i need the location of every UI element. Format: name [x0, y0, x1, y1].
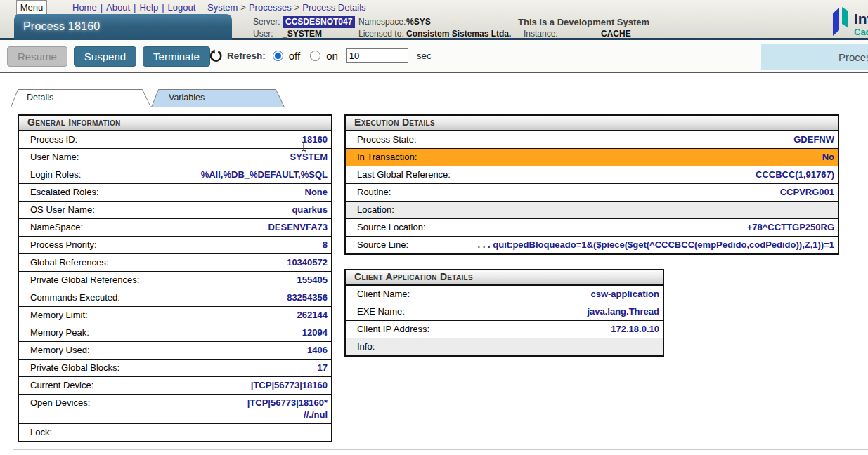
- table-row: Client IP Address:172.18.0.10: [346, 320, 663, 338]
- general-information-table: General InformationProcess ID:18160User …: [18, 114, 332, 442]
- row-label: Location:: [357, 204, 394, 216]
- refresh-label: Refresh:: [227, 51, 266, 61]
- table-title: Client Application Details: [346, 270, 663, 286]
- table-row: Memory Used:1406: [19, 341, 331, 359]
- server-info-block: Server: CCSDESNOT047 User: _SYSTEM: [253, 16, 355, 40]
- tab-details[interactable]: Details: [11, 89, 151, 107]
- row-label: Last Global Reference:: [357, 169, 451, 180]
- development-info-block: This is a Development System Instance: C…: [518, 16, 649, 40]
- nav-separator: |: [101, 2, 103, 13]
- page-title-text: Process 18160: [23, 20, 100, 32]
- table-row: Memory Limit:262144: [19, 306, 331, 324]
- table-row: Process Priority:8: [19, 236, 331, 253]
- table-row: OS User Name:quarkus: [19, 201, 331, 218]
- row-label: Lock:: [30, 426, 52, 438]
- table-row: Location:: [346, 201, 838, 218]
- row-label: Process State:: [357, 133, 417, 145]
- row-label: In Transaction:: [357, 151, 417, 163]
- header: Menu Home|About|Help|Logout System>Proce…: [0, 0, 868, 40]
- tab-variables-label: Variables: [169, 93, 205, 103]
- row-label: Current Device:: [30, 379, 93, 391]
- row-label: Login Roles:: [30, 169, 81, 180]
- tab-bar: Details Variables: [11, 89, 285, 107]
- row-label: Info:: [357, 341, 375, 352]
- row-value: %All,%DB_%DEFAULT,%SQL: [86, 169, 328, 180]
- action-buttons: Resume Suspend Terminate: [7, 46, 210, 67]
- breadcrumb: System>Processes>Process Details: [207, 2, 366, 13]
- row-value: 83254356: [126, 291, 328, 303]
- breadcrumb-system[interactable]: System: [207, 2, 238, 13]
- breadcrumb-separator: >: [240, 2, 246, 13]
- nav-link-help[interactable]: Help: [139, 2, 158, 13]
- tab-variables[interactable]: Variables: [151, 89, 285, 107]
- refresh-on-label[interactable]: on: [326, 50, 338, 62]
- nav-link-home[interactable]: Home: [72, 2, 97, 13]
- terminate-button[interactable]: Terminate: [143, 46, 210, 67]
- toolbar: Resume Suspend Terminate Refresh: off on…: [0, 40, 868, 73]
- table-row: Current Device:|TCP|56773|18160: [19, 376, 331, 394]
- page-banner-text: Process Details: [838, 44, 868, 70]
- table-row: NameSpace:DESENVFA73: [19, 218, 331, 236]
- table-row: Global References:10340572: [19, 253, 331, 271]
- row-value: [58, 426, 328, 438]
- row-label: User Name:: [30, 151, 79, 163]
- bottom-divider: [13, 449, 868, 450]
- row-label: Memory Used:: [30, 344, 90, 356]
- row-label: Memory Limit:: [30, 309, 88, 321]
- row-value: . . . quit:pedBloqueado=1&($piece($get(^…: [414, 239, 834, 251]
- development-system-notice: This is a Development System: [518, 16, 649, 28]
- table-row: Routine:CCPVRG001: [346, 183, 838, 201]
- row-value: 8: [103, 239, 328, 251]
- table-row: Info:: [346, 338, 663, 355]
- text-cursor-icon: [300, 141, 307, 152]
- refresh-unit-label: sec: [417, 51, 432, 61]
- table-row: Private Global References:155405: [19, 271, 331, 289]
- nav-link-about[interactable]: About: [106, 2, 130, 13]
- row-label: Routine:: [357, 186, 391, 198]
- licensed-value: Consistem Sistemas Ltda.: [406, 28, 511, 40]
- logo-mark-icon: [831, 6, 851, 38]
- instance-label: Instance:: [524, 29, 558, 39]
- intersystems-logo: InterSystems Caché: [831, 6, 868, 38]
- breadcrumb-current: Process Details: [302, 2, 365, 13]
- row-value: 18160: [83, 133, 328, 145]
- row-label: Escalated Roles:: [30, 186, 99, 198]
- row-value: csw-application: [415, 288, 659, 300]
- resume-button[interactable]: Resume: [7, 46, 67, 67]
- row-label: Private Global Blocks:: [30, 362, 119, 374]
- row-value: No: [422, 151, 834, 163]
- row-value: java.lang.Thread: [410, 305, 659, 317]
- table-row: In Transaction:No: [346, 148, 838, 166]
- row-value: _SYSTEM: [84, 151, 328, 163]
- namespace-info-block: Namespace: %SYS Licensed to: Consistem S…: [358, 16, 511, 40]
- menu-button[interactable]: Menu: [16, 0, 47, 15]
- row-value: DESENVFA73: [89, 221, 328, 233]
- row-value: 12094: [95, 327, 328, 338]
- brand-name: InterSystems: [854, 10, 868, 27]
- refresh-off-label[interactable]: off: [289, 50, 300, 62]
- table-row: Source Location:+78^CCTTGP250RG: [346, 218, 838, 236]
- row-value: quarkus: [101, 204, 328, 216]
- refresh-interval-input[interactable]: [346, 48, 408, 63]
- row-value: 155405: [145, 274, 328, 286]
- user-value: _SYSTEM: [283, 28, 322, 40]
- refresh-off-radio[interactable]: [273, 51, 283, 61]
- row-label: Global References:: [30, 256, 108, 268]
- nav-link-logout[interactable]: Logout: [168, 2, 196, 13]
- suspend-button[interactable]: Suspend: [74, 46, 136, 67]
- server-value-badge: CCSDESNOT047: [283, 16, 355, 28]
- row-value: CCPVRG001: [396, 186, 834, 198]
- table-row: Login Roles:%All,%DB_%DEFAULT,%SQL: [19, 166, 331, 183]
- row-label: Open Devices:: [30, 397, 90, 409]
- tab-details-label: Details: [27, 93, 53, 103]
- row-value: 172.18.0.10: [435, 323, 659, 335]
- breadcrumb-separator: >: [294, 2, 300, 13]
- refresh-on-radio[interactable]: [310, 51, 320, 61]
- row-label: Source Location:: [357, 221, 426, 233]
- breadcrumb-processes[interactable]: Processes: [249, 2, 292, 13]
- table-row: Process State:GDEFNW: [346, 131, 838, 148]
- row-value: [400, 204, 834, 216]
- page-title: Process 18160: [14, 14, 232, 40]
- table-row: Source Line:. . . quit:pedBloqueado=1&($…: [346, 236, 838, 253]
- row-label: Process ID:: [30, 133, 77, 145]
